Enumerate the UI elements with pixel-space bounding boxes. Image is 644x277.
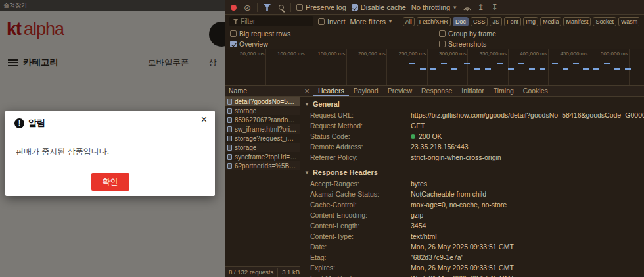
overview-checkbox[interactable]: Overview bbox=[230, 40, 268, 48]
chevron-down-icon: ▼ bbox=[452, 5, 457, 11]
checkbox-box[interactable] bbox=[352, 4, 358, 11]
confirm-button[interactable]: 확인 bbox=[91, 173, 129, 191]
disclosure-triangle-icon: ▼ bbox=[304, 101, 310, 107]
timeline-tick-label: 150,000 ms bbox=[317, 51, 345, 57]
chip-js[interactable]: JS bbox=[490, 17, 502, 26]
chip-manifest[interactable]: Manifest bbox=[563, 17, 591, 26]
request-marker bbox=[593, 68, 599, 70]
document-icon bbox=[227, 163, 232, 169]
request-row[interactable]: sw_iframe.html?origin… bbox=[225, 124, 300, 134]
overview-label: Overview bbox=[239, 40, 268, 48]
request-row[interactable]: syncframe?topUrl=bi… bbox=[225, 152, 300, 161]
request-marker bbox=[540, 68, 545, 70]
name-column-header[interactable]: Name bbox=[225, 86, 300, 96]
divider bbox=[290, 3, 291, 12]
general-section-header[interactable]: ▼ General bbox=[300, 98, 644, 110]
timeline-overview[interactable]: 50,000 ms100,000 ms150,000 ms200,000 ms2… bbox=[225, 49, 644, 86]
tab-initiator[interactable]: Initiator bbox=[457, 86, 488, 96]
chip-doc[interactable]: Doc bbox=[453, 17, 469, 26]
request-row[interactable]: storage bbox=[225, 106, 300, 115]
filter-icon bbox=[233, 19, 238, 24]
screenshots-checkbox[interactable]: Screenshots bbox=[439, 40, 486, 48]
record-button[interactable] bbox=[229, 3, 238, 12]
header-row: Content-Encoding:gzip bbox=[300, 210, 644, 220]
timeline-gridline bbox=[629, 49, 630, 85]
filter-toggle-icon[interactable] bbox=[263, 3, 271, 12]
header-row: Content-Type:text/html bbox=[300, 231, 644, 241]
preserve-log-checkbox[interactable]: Preserve log bbox=[296, 3, 346, 11]
network-conditions-icon[interactable] bbox=[463, 3, 471, 12]
checkbox-box[interactable] bbox=[230, 30, 237, 37]
group-by-frame-checkbox[interactable]: Group by frame bbox=[439, 30, 496, 38]
tab-response[interactable]: Response bbox=[417, 86, 457, 96]
document-icon bbox=[227, 145, 232, 151]
more-filters-button[interactable]: More filters ▼ bbox=[350, 18, 393, 26]
checkbox-box[interactable] bbox=[439, 30, 446, 37]
import-har-icon[interactable]: ↥ bbox=[476, 3, 485, 12]
document-icon bbox=[227, 99, 232, 105]
export-har-icon[interactable]: ↧ bbox=[490, 3, 499, 12]
timeline-gridline bbox=[589, 49, 589, 85]
document-icon bbox=[227, 136, 232, 141]
request-marker bbox=[441, 63, 447, 64]
chip-media[interactable]: Media bbox=[540, 17, 562, 26]
filter-input[interactable] bbox=[241, 18, 310, 25]
header-row: Remote Address: 23.35.218.156:443 bbox=[300, 141, 644, 152]
search-icon[interactable] bbox=[277, 3, 285, 12]
checkbox-box[interactable] bbox=[230, 41, 237, 47]
timeline-gridline bbox=[306, 49, 306, 85]
request-marker bbox=[573, 63, 579, 64]
request-row[interactable]: 6?partnerIds=%5B48… bbox=[225, 161, 300, 170]
bookmarks-bar[interactable]: 즐겨찾기 bbox=[0, 0, 225, 11]
timeline-gridline bbox=[548, 49, 549, 85]
filter-input-box[interactable] bbox=[229, 16, 313, 26]
checkbox-box[interactable] bbox=[318, 18, 325, 25]
timeline-gridline bbox=[427, 49, 428, 85]
request-marker bbox=[497, 63, 503, 64]
chip-socket[interactable]: Socket bbox=[593, 17, 616, 26]
request-marker bbox=[464, 63, 470, 64]
timeline-tick-label: 250,000 ms bbox=[398, 51, 426, 57]
throttling-select[interactable]: No throttling ▼ bbox=[411, 3, 457, 11]
tab-cookies[interactable]: Cookies bbox=[518, 86, 553, 96]
timeline-gridline bbox=[265, 49, 266, 85]
tab-payload[interactable]: Payload bbox=[349, 86, 383, 96]
chip-wasm[interactable]: Wasm bbox=[618, 17, 639, 26]
disable-cache-checkbox[interactable]: Disable cache bbox=[352, 3, 406, 11]
header-row: Etag:"682d37c9-1e7a" bbox=[300, 252, 644, 263]
chip-font[interactable]: Font bbox=[504, 17, 521, 26]
invert-checkbox[interactable]: Invert bbox=[318, 18, 346, 26]
header-row: Referrer Policy: strict-origin-when-cros… bbox=[300, 152, 644, 163]
close-icon[interactable]: × bbox=[201, 114, 207, 125]
divider bbox=[277, 268, 278, 277]
chip-img[interactable]: Img bbox=[523, 17, 538, 26]
close-detail-icon[interactable]: × bbox=[300, 87, 313, 95]
tab-timing[interactable]: Timing bbox=[489, 86, 518, 96]
request-row[interactable]: 859627067?random=… bbox=[225, 115, 300, 124]
header-row: Request Method: GET bbox=[300, 120, 644, 131]
request-marker bbox=[420, 68, 426, 70]
request-marker bbox=[552, 63, 558, 64]
checkbox-box[interactable] bbox=[439, 41, 446, 47]
preserve-log-label: Preserve log bbox=[306, 3, 346, 11]
clear-button[interactable]: ⊘ bbox=[243, 3, 252, 12]
network-status-bar: 8 / 132 requests 3.1 kB / bbox=[225, 266, 300, 277]
chip-all[interactable]: All bbox=[403, 17, 415, 26]
response-headers-section-header[interactable]: ▼ Response Headers bbox=[300, 166, 644, 178]
chip-css[interactable]: CSS bbox=[471, 17, 488, 26]
tab-preview[interactable]: Preview bbox=[383, 86, 417, 96]
devtools-panel: ⊘ Preserve log Disable cache No throttli… bbox=[225, 0, 644, 277]
timeline-tick-label: 350,000 ms bbox=[479, 51, 507, 57]
checkbox-box[interactable] bbox=[296, 4, 303, 11]
page-viewport: ktalpha 카테고리 모바일쿠폰 상 ! 알림 × 판매가 중지된 상품입니… bbox=[0, 11, 225, 277]
bookmark-label[interactable]: 즐겨찾기 bbox=[3, 1, 27, 10]
modal-message: 판매가 중지된 상품입니다. bbox=[16, 146, 109, 157]
annotation-highlight: 200 OK bbox=[411, 132, 442, 140]
tab-headers[interactable]: Headers bbox=[313, 86, 349, 96]
chip-fetch-xhr[interactable]: Fetch/XHR bbox=[417, 17, 451, 26]
big-request-rows-checkbox[interactable]: Big request rows bbox=[230, 30, 290, 38]
request-marker bbox=[451, 68, 457, 70]
request-row[interactable]: detail?goodsNo=5841… bbox=[225, 97, 300, 106]
request-row[interactable]: storage?request_id=n… bbox=[225, 134, 300, 143]
request-row[interactable]: storage bbox=[225, 143, 300, 152]
